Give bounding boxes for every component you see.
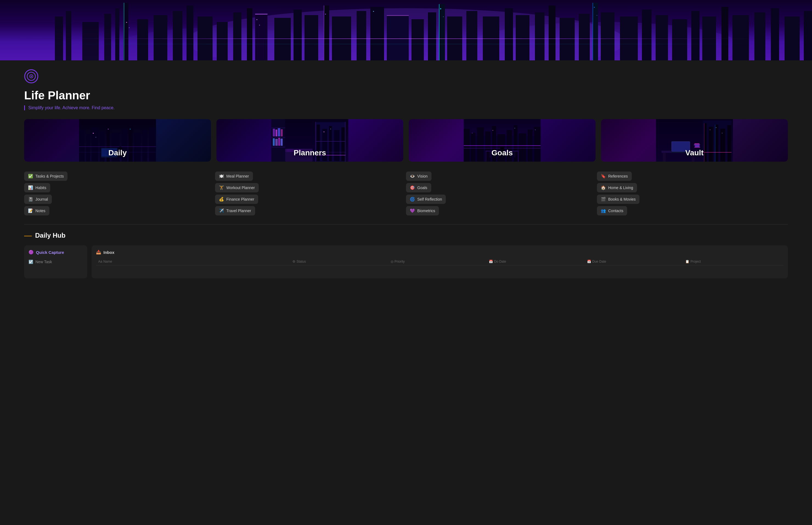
card-daily-label: Daily [108,149,127,157]
svg-rect-78 [92,127,98,162]
svg-rect-29 [387,15,409,60]
inbox-panel: 📥 Inbox Aa Name ⚙ Status ◎ Priority 📅 [92,245,788,278]
vision-icon: 👁️ [410,174,415,179]
svg-rect-92 [130,129,131,130]
contacts-icon: 👥 [601,208,606,213]
finance-planner-btn[interactable]: 💰 Finance Planner [215,195,258,204]
svg-rect-130 [324,132,324,132]
svg-rect-87 [79,147,156,147]
svg-rect-148 [486,151,486,162]
card-image-vault: Vault [601,119,788,162]
card-image-daily: Daily [24,119,211,162]
svg-rect-20 [255,14,267,15]
card-image-goals: Goals [409,119,596,162]
hero-banner [0,0,812,60]
meal-icon: 🍽️ [219,174,224,179]
biometrics-btn[interactable]: 💜 Biometrics [406,206,439,215]
journal-icon: 📓 [28,197,33,202]
svg-rect-120 [273,138,275,146]
svg-rect-121 [275,139,278,146]
svg-rect-184 [710,130,710,130]
svg-rect-187 [703,152,732,153]
svg-rect-11 [137,19,148,60]
svg-rect-49 [656,15,668,60]
svg-rect-65 [325,14,326,15]
card-daily[interactable]: Daily [24,119,211,162]
biometrics-icon: 💜 [410,208,415,213]
svg-rect-123 [281,139,283,146]
card-vault[interactable]: Vault [601,119,788,162]
card-planners[interactable]: Planners [216,119,403,162]
section-dash-icon: — [24,231,32,240]
daily-links-column: ✅ Tasks & Projects 📊 Habits 📓 Journal 📝 … [24,171,215,215]
meal-planner-btn[interactable]: 🍽️ Meal Planner [215,171,253,181]
svg-rect-174 [663,153,666,162]
new-task-check-icon: ☑️ [29,260,33,264]
quick-capture-panel: 🟣 Quick Capture ☑️ New Task [24,245,87,278]
goals-links-column: 👁️ Vision 🎯 Goals 🌀 Self Reflection 💜 Bi… [406,171,597,215]
svg-rect-43 [579,14,590,60]
svg-rect-60 [0,44,812,44]
daily-journal-btn[interactable]: 📓 Journal [24,195,52,204]
daily-habits-btn[interactable]: 📊 Habits [24,183,50,192]
workout-planner-btn[interactable]: 🏋️ Workout Planner [215,183,259,192]
travel-planner-btn[interactable]: ✈️ Travel Planner [215,206,255,215]
svg-rect-85 [142,130,147,162]
dodate-col-icon: 📅 [489,260,493,264]
section-divider [24,224,788,225]
svg-rect-108 [341,127,346,161]
svg-rect-118 [278,128,280,136]
svg-rect-56 [771,8,779,60]
svg-rect-172 [715,124,716,162]
books-icon: 🎬 [601,197,606,202]
card-vault-label: Vault [685,149,704,157]
svg-rect-160 [515,128,515,129]
svg-rect-162 [472,133,473,133]
svg-rect-19 [255,14,267,60]
category-links: ✅ Tasks & Projects 📊 Habits 📓 Journal 📝 … [0,168,812,215]
vault-links-column: 🔖 References 🏠 Home & Living 🎬 Books & M… [597,171,788,215]
priority-col-icon: ◎ [390,260,393,264]
reflection-icon: 🌀 [410,197,415,202]
page-subtitle: Simplify your life. Achieve more. Find p… [24,105,788,110]
home-living-btn[interactable]: 🏠 Home & Living [597,183,637,192]
svg-rect-170 [727,125,731,162]
inbox-table-header: Aa Name ⚙ Status ◎ Priority 📅 Do Date 📅 [96,258,783,265]
svg-rect-181 [695,146,700,147]
goals-btn[interactable]: 🎯 Goals [406,183,431,192]
svg-rect-6 [82,22,99,60]
name-col-icon: Aa [98,260,102,264]
card-goals[interactable]: Goals [409,119,596,162]
svg-rect-135 [471,133,476,162]
daily-hub-title: — Daily Hub [24,231,788,240]
svg-rect-167 [709,127,713,162]
inbox-col-priority: ◎ Priority [390,260,487,264]
new-task-button[interactable]: ☑️ New Task [29,258,52,265]
svg-rect-110 [345,122,346,162]
daily-notes-btn[interactable]: 📝 Notes [24,206,49,215]
app-logo [24,69,39,84]
svg-rect-84 [134,133,141,162]
books-movies-btn[interactable]: 🎬 Books & Movies [597,195,640,204]
svg-rect-114 [272,137,285,138]
svg-point-74 [31,76,32,77]
svg-rect-16 [217,22,228,60]
svg-rect-69 [594,7,595,8]
svg-rect-55 [754,12,765,60]
svg-rect-111 [316,141,346,141]
svg-rect-33 [439,4,445,60]
contacts-btn[interactable]: 👥 Contacts [597,206,627,215]
svg-rect-5 [66,11,71,60]
references-btn[interactable]: 🔖 References [597,171,632,181]
svg-rect-142 [519,133,526,162]
svg-rect-64 [259,25,260,26]
vision-btn[interactable]: 👁️ Vision [406,171,431,181]
svg-rect-67 [440,8,441,9]
svg-rect-169 [720,129,725,162]
svg-rect-107 [334,130,340,161]
svg-rect-8 [115,8,119,60]
daily-tasks-btn[interactable]: ✅ Tasks & Projects [24,171,67,181]
svg-rect-186 [722,133,723,133]
page-title: Life Planner [24,89,788,102]
self-reflection-btn[interactable]: 🌀 Self Reflection [406,195,446,204]
